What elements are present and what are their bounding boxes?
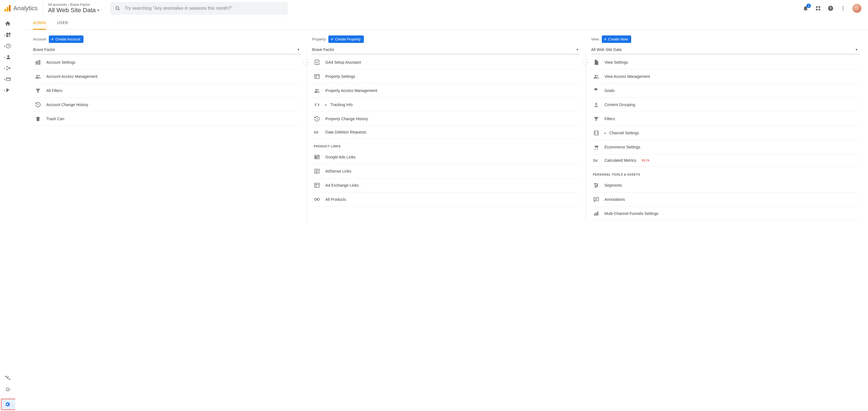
svg-rect-26 (315, 74, 319, 79)
nav-discover-icon[interactable] (5, 386, 10, 391)
admin-item[interactable]: Multi-Channel Funnels Settings (591, 207, 859, 221)
admin-item-label: Multi-Channel Funnels Settings (604, 211, 659, 216)
svg-rect-13 (6, 35, 8, 37)
svg-rect-62 (597, 212, 598, 216)
dd-icon: Dd (314, 130, 320, 134)
account-selector[interactable]: Brave Factor▼ (33, 46, 301, 54)
chevron-right-icon: › (68, 3, 69, 7)
admin-item-label: View Access Management (604, 74, 650, 79)
admin-item[interactable]: View Access Management (591, 70, 859, 83)
svg-rect-11 (6, 33, 8, 35)
create-property-button[interactable]: +Create Property (328, 35, 364, 43)
admin-item[interactable]: Filters (591, 112, 859, 126)
svg-point-10 (842, 9, 843, 10)
admin-item-label: GA4 Setup Assistant (325, 60, 361, 65)
admin-item[interactable]: Annotations (591, 193, 859, 207)
admin-item[interactable]: Trash Can (33, 112, 301, 126)
admin-item-label: Tracking Info (330, 102, 352, 107)
view-selector[interactable]: All Web Site Data▼ (591, 46, 859, 54)
section-product-links: PRODUCT LINKS (312, 138, 580, 150)
user-avatar[interactable] (852, 4, 861, 13)
search-input[interactable] (125, 6, 283, 11)
admin-item-label: Calculated Metrics (604, 158, 637, 163)
search-bar[interactable] (111, 2, 288, 15)
admin-item[interactable]: Segments (591, 178, 859, 193)
apps-icon[interactable] (815, 5, 821, 11)
svg-rect-60 (594, 213, 595, 215)
admin-item[interactable]: Ecommerce Settings (591, 140, 859, 154)
history-icon (314, 116, 320, 122)
admin-item[interactable]: Property Settings (312, 70, 580, 83)
column-property: → Property +Create Property Brave Factor… (312, 35, 580, 221)
view-picker[interactable]: All accounts › Brave Factor All Web Site… (43, 2, 105, 15)
nav-customization-icon[interactable]: ▸ (4, 32, 11, 38)
admin-item[interactable]: DdData Deletion Requests (312, 126, 580, 138)
nav-acquisition-icon[interactable]: ▸ (4, 65, 11, 71)
gear-icon[interactable] (4, 401, 10, 407)
newspaper-icon (314, 154, 320, 160)
section-personal-tools: PERSONAL TOOLS & ASSETS (591, 167, 859, 178)
admin-item[interactable]: All Products (312, 193, 580, 207)
create-account-button[interactable]: +Create Account (49, 35, 84, 43)
notification-badge: 1 (806, 4, 811, 8)
admin-item-label: Ad Exchange Links (325, 183, 359, 187)
nav-audience-icon[interactable]: ▸ (4, 54, 11, 60)
move-right-icon[interactable]: → (303, 59, 309, 65)
check-doc-icon (314, 59, 320, 65)
more-icon[interactable] (840, 5, 846, 11)
admin-item-label: Filters (604, 116, 615, 121)
filter-icon (593, 116, 599, 122)
nav-conversions-icon[interactable]: ▸ (4, 88, 11, 93)
admin-item[interactable]: View Settings (591, 56, 859, 70)
caret-down-icon: ▼ (576, 48, 579, 51)
product-logo[interactable]: Analytics (4, 5, 43, 12)
admin-item[interactable]: Account Access Management (33, 70, 301, 83)
admin-item[interactable]: Content Grouping (591, 98, 859, 112)
admin-item[interactable]: DdCalculated MetricsBETA (591, 154, 859, 167)
admin-item[interactable]: Google Ads Links (312, 150, 580, 164)
property-selector[interactable]: Brave Factor▼ (312, 46, 580, 54)
people-icon (314, 88, 320, 94)
admin-item[interactable]: Goals (591, 83, 859, 98)
help-icon[interactable]: ? (828, 5, 834, 11)
panel-icon (314, 73, 320, 79)
admin-item[interactable]: Ad Exchange Links (312, 178, 580, 193)
trash-icon (35, 116, 41, 122)
tab-admin[interactable]: ADMIN (33, 16, 46, 30)
cart-icon (593, 144, 599, 150)
admin-item-label: Google Ads Links (325, 155, 355, 159)
svg-rect-2 (816, 6, 818, 8)
product-name: Analytics (13, 5, 38, 12)
notifications-icon[interactable]: 1 (803, 5, 809, 11)
bars-icon (593, 210, 599, 216)
svg-point-30 (317, 89, 319, 91)
admin-item[interactable]: All Filters (33, 83, 301, 98)
svg-point-23 (37, 75, 38, 77)
nav-attribution-icon[interactable] (5, 375, 10, 380)
filter-icon (35, 88, 41, 94)
svg-point-47 (595, 75, 596, 77)
nav-home-icon[interactable] (5, 21, 11, 27)
admin-item[interactable]: Account Change History (33, 98, 301, 112)
admin-item[interactable]: ▸Tracking Info (312, 98, 580, 112)
svg-point-9 (842, 8, 843, 9)
tab-user[interactable]: USER (57, 16, 68, 30)
admin-item[interactable]: Property Access Management (312, 83, 580, 98)
admin-item[interactable]: Property Change History (312, 112, 580, 126)
nav-realtime-icon[interactable]: ▸ (4, 43, 11, 49)
admin-item-label: Account Access Management (46, 74, 97, 79)
admin-item[interactable]: GA4 Setup Assistant (312, 56, 580, 70)
admin-item[interactable]: AdSense Links (312, 164, 580, 178)
admin-item[interactable]: ▸Channel Settings (591, 126, 859, 140)
svg-point-0 (116, 6, 119, 9)
move-right-icon[interactable]: → (582, 59, 588, 65)
doc-icon (593, 59, 599, 65)
admin-item-label: Account Settings (46, 60, 75, 65)
admin-item-label: Channel Settings (610, 131, 639, 135)
svg-rect-25 (315, 60, 319, 65)
svg-point-54 (595, 183, 596, 184)
nav-behavior-icon[interactable]: ▸ (4, 76, 11, 82)
admin-item[interactable]: Account Settings (33, 56, 301, 70)
svg-point-29 (316, 89, 317, 91)
create-view-button[interactable]: +Create View (602, 35, 631, 43)
